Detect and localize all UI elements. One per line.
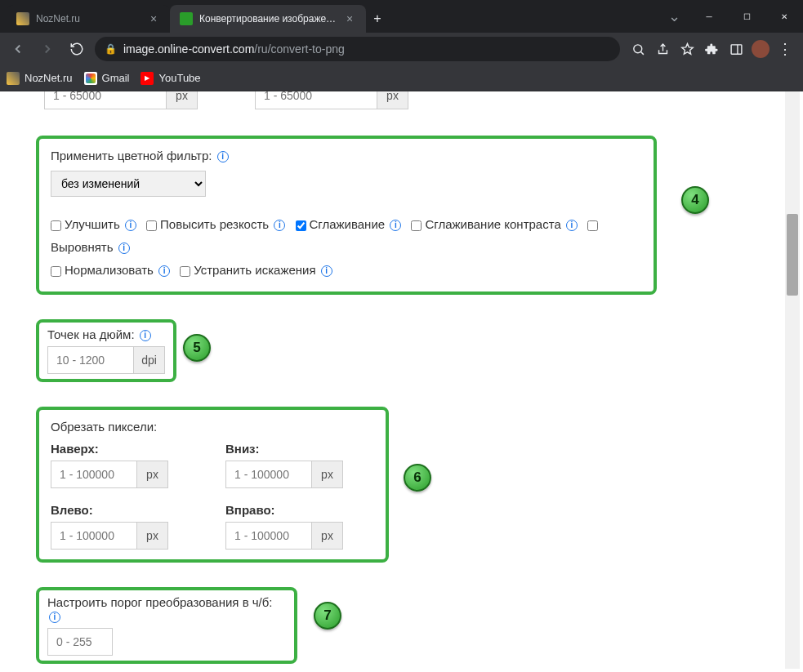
svg-rect-1 — [731, 44, 742, 53]
info-icon[interactable]: i — [125, 220, 136, 231]
crop-top-field[interactable] — [51, 461, 137, 488]
gmail-icon — [84, 72, 97, 85]
close-icon[interactable]: × — [147, 12, 160, 25]
tab-convert[interactable]: Конвертирование изображений × — [170, 5, 366, 33]
minimize-button[interactable]: ─ — [690, 0, 728, 33]
unit-label: px — [137, 522, 168, 550]
unit-label: dpi — [134, 346, 165, 374]
address-bar: 🔒 image.online-convert.com/ru/convert-to… — [0, 33, 803, 65]
info-icon[interactable]: i — [217, 151, 229, 162]
despeckle-check[interactable]: Устранить искажения i — [180, 263, 332, 277]
size-inputs-clipped: px px — [36, 91, 751, 111]
width-field[interactable] — [44, 91, 167, 109]
bookmark-label: Gmail — [102, 72, 130, 84]
unit-label: px — [137, 461, 168, 488]
crop-bottom: Вниз: px — [225, 442, 343, 488]
dpi-field[interactable] — [47, 346, 134, 374]
step-badge-4: 4 — [681, 186, 709, 214]
scrollbar-thumb[interactable] — [787, 214, 798, 296]
info-icon[interactable]: i — [140, 330, 151, 341]
window-controls: ⌄ ─ ☐ ✕ — [658, 0, 803, 33]
bookmark-gmail[interactable]: Gmail — [84, 72, 130, 85]
content: px px Применить цветной фильтр: i без из… — [3, 91, 783, 669]
tab-noznet[interactable]: NozNet.ru × — [7, 5, 170, 33]
crop-right: Вправо: px — [225, 503, 343, 550]
maximize-button[interactable]: ☐ — [728, 0, 765, 33]
star-icon[interactable] — [676, 38, 698, 60]
threshold-section: Настроить порог преобразования в ч/б: i … — [36, 587, 751, 664]
step-badge-7: 7 — [314, 602, 341, 630]
normalize-check[interactable]: Нормализовать i — [51, 263, 170, 277]
info-icon[interactable]: i — [390, 220, 401, 231]
crop-right-field[interactable] — [225, 522, 312, 550]
crop-left-label: Влево: — [51, 503, 168, 517]
crop-bottom-field[interactable] — [225, 461, 312, 488]
contrast-anti-check[interactable]: Сглаживание контраста i — [411, 217, 577, 231]
step-badge-6: 6 — [404, 464, 431, 492]
dpi-input-group: dpi — [47, 346, 165, 374]
dpi-section: Точек на дюйм: i dpi 5 — [36, 319, 751, 382]
info-icon[interactable]: i — [158, 265, 170, 277]
tabs: NozNet.ru × Конвертирование изображений … — [0, 0, 658, 33]
threshold-input-group — [47, 628, 113, 656]
search-icon[interactable] — [627, 38, 649, 60]
crop-right-label: Вправо: — [225, 503, 343, 517]
crop-left: Влево: px — [51, 503, 168, 550]
crop-section: Обрезать пиксели: Наверх: px Вниз: px — [36, 407, 751, 563]
width-input-group: px — [44, 91, 198, 111]
bookmark-youtube[interactable]: ▶ YouTube — [141, 72, 200, 85]
checkbox-row: Улучшить i Повысить резкость i Сглаживан… — [51, 213, 642, 282]
enhance-check[interactable]: Улучшить i — [51, 217, 136, 231]
forward-button[interactable] — [36, 38, 59, 60]
color-filter-select[interactable]: без изменений — [51, 171, 206, 197]
back-button[interactable] — [7, 38, 29, 60]
highlight-box-5: Точек на дюйм: i dpi — [36, 319, 176, 382]
panel-icon[interactable] — [725, 38, 747, 60]
avatar[interactable] — [749, 38, 772, 60]
crop-top-label: Наверх: — [51, 442, 168, 456]
info-icon[interactable]: i — [49, 612, 60, 623]
antialias-check[interactable]: Сглаживание i — [296, 217, 402, 231]
new-tab-button[interactable]: + — [366, 5, 389, 33]
tab-title: Конвертирование изображений — [199, 13, 337, 24]
info-icon[interactable]: i — [566, 220, 578, 231]
svg-point-0 — [633, 44, 641, 52]
crop-top: Наверх: px — [51, 442, 168, 488]
bookmark-noznet[interactable]: NozNet.ru — [7, 72, 73, 85]
dpi-label: Точек на дюйм: i — [47, 327, 165, 341]
crop-row-1: Наверх: px Вниз: px — [51, 442, 374, 488]
omnibox[interactable]: 🔒 image.online-convert.com/ru/convert-to… — [95, 37, 620, 61]
extension-icon[interactable] — [700, 38, 723, 60]
bookmark-label: NozNet.ru — [25, 72, 73, 84]
menu-icon[interactable]: ⋮ — [774, 38, 796, 60]
height-field[interactable] — [255, 91, 377, 109]
threshold-field[interactable] — [47, 628, 113, 656]
info-icon[interactable]: i — [118, 243, 130, 254]
crop-bottom-label: Вниз: — [225, 442, 343, 456]
info-icon[interactable]: i — [274, 220, 285, 231]
crop-row-2: Влево: px Вправо: px — [51, 503, 374, 550]
bookmark-icon — [7, 72, 20, 85]
bookmark-label: YouTube — [158, 72, 200, 84]
toolbar-icons: ⋮ — [627, 38, 796, 60]
lock-icon: 🔒 — [105, 43, 117, 55]
height-input-group: px — [255, 91, 408, 111]
page: px px Применить цветной фильтр: i без из… — [0, 91, 803, 672]
tab-title: NozNet.ru — [36, 13, 141, 24]
crop-label: Обрезать пиксели: — [51, 420, 374, 434]
close-window-button[interactable]: ✕ — [765, 0, 803, 33]
highlight-box-6: Обрезать пиксели: Наверх: px Вниз: px — [36, 407, 389, 563]
crop-left-field[interactable] — [51, 522, 137, 550]
info-icon[interactable]: i — [321, 265, 332, 277]
chevron-down-icon[interactable]: ⌄ — [658, 0, 690, 33]
sharpen-check[interactable]: Повысить резкость i — [146, 217, 285, 231]
bookmarks-bar: NozNet.ru Gmail ▶ YouTube — [0, 65, 803, 91]
unit-label: px — [167, 91, 198, 109]
reload-button[interactable] — [65, 38, 88, 60]
threshold-label: Настроить порог преобразования в ч/б: i — [47, 595, 286, 623]
share-icon[interactable] — [651, 38, 674, 60]
close-icon[interactable]: × — [343, 12, 356, 25]
scroll-area: px px Применить цветной фильтр: i без из… — [3, 91, 783, 669]
vertical-scrollbar[interactable] — [785, 91, 800, 669]
favicon-convert — [180, 12, 193, 25]
